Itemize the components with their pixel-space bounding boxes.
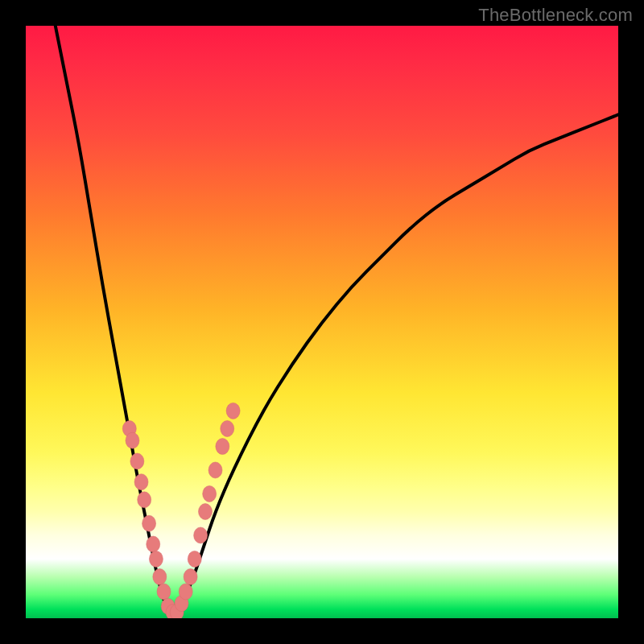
curve-layer bbox=[56, 26, 618, 613]
marker-point bbox=[157, 584, 171, 600]
chart-svg bbox=[26, 26, 618, 618]
marker-point bbox=[142, 515, 156, 531]
marker-point bbox=[208, 462, 222, 478]
marker-point bbox=[216, 439, 229, 455]
marker-point bbox=[147, 536, 160, 552]
marker-point bbox=[188, 551, 201, 567]
marker-point bbox=[126, 432, 139, 448]
marker-point bbox=[194, 527, 208, 543]
marker-point bbox=[138, 492, 151, 508]
plot-area bbox=[26, 26, 618, 618]
marker-point bbox=[153, 568, 167, 584]
marker-point bbox=[199, 504, 213, 520]
marker-point bbox=[203, 485, 217, 502]
marker-point bbox=[130, 453, 144, 469]
marker-layer bbox=[122, 402, 240, 618]
marker-point bbox=[134, 474, 148, 490]
chart-frame: TheBottleneck.com bbox=[0, 0, 644, 644]
marker-point bbox=[226, 402, 240, 419]
marker-point bbox=[184, 568, 197, 584]
marker-point bbox=[179, 584, 192, 600]
curve-right-arm bbox=[180, 114, 618, 606]
watermark-text: TheBottleneck.com bbox=[478, 5, 633, 26]
marker-point bbox=[149, 551, 163, 567]
marker-point bbox=[221, 420, 234, 436]
